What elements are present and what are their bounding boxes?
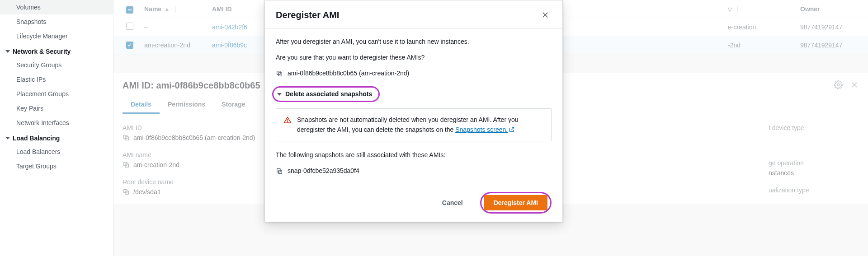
caret-down-icon — [5, 137, 10, 140]
modal-footer: Cancel Deregister AMI — [265, 186, 562, 222]
field-label-partial: ge operation — [769, 159, 859, 167]
copy-icon[interactable] — [276, 70, 283, 77]
sidebar-section-label: Load Balancing — [13, 135, 60, 142]
sidebar-item-network-interfaces[interactable]: Network Interfaces — [0, 116, 113, 130]
cell-source: -2nd — [723, 42, 796, 49]
copy-icon[interactable] — [123, 134, 130, 141]
sidebar-item-volumes[interactable]: Volumes — [0, 0, 113, 14]
field-label-partial: ualization type — [769, 186, 859, 194]
table-header-name[interactable]: Name — [144, 5, 161, 13]
expander-delete-snapshots[interactable]: Delete associated snapshots — [285, 89, 372, 99]
modal-ami-entry: ami-0f86b9ce8bb8c0b65 (am-creation-2nd) — [276, 69, 552, 78]
snapshots-screen-link[interactable]: Snapshots screen. — [455, 126, 515, 133]
modal-confirm-question: Are you sure that you want to deregister… — [276, 53, 552, 62]
field-value-ami-name: am-creation-2nd — [133, 161, 179, 168]
cell-owner: 987741929147 — [796, 23, 868, 31]
sidebar-item-key-pairs[interactable]: Key Pairs — [0, 101, 113, 116]
sort-asc-icon: ▲ — [164, 6, 170, 12]
sidebar-item-lifecycle-manager[interactable]: Lifecycle Manager — [0, 29, 113, 43]
cell-ami-id-link[interactable]: ami-042b2f6 — [212, 23, 247, 31]
cell-name: am-creation-2nd — [140, 42, 208, 49]
sidebar-item-target-groups[interactable]: Target Groups — [0, 159, 113, 173]
cell-owner: 987741929147 — [796, 42, 868, 49]
deregister-ami-modal: Deregister AMI After you deregister an A… — [264, 0, 563, 222]
cancel-button[interactable]: Cancel — [433, 195, 472, 210]
warning-icon — [283, 116, 292, 124]
field-value-ami-id: ami-0f86b9ce8bb8c0b65 (am-creation-2nd) — [133, 134, 255, 141]
sidebar-item-snapshots[interactable]: Snapshots — [0, 14, 113, 29]
close-button[interactable] — [539, 9, 552, 21]
tab-details[interactable]: Details — [123, 96, 160, 114]
svg-point-10 — [287, 121, 288, 122]
sidebar: Volumes Snapshots Lifecycle Manager Netw… — [0, 0, 113, 256]
tab-storage[interactable]: Storage — [213, 96, 253, 114]
sidebar-item-elastic-ips[interactable]: Elastic IPs — [0, 72, 113, 87]
modal-snapshot-entry: snap-0dfcbe52a935da0f4 — [276, 166, 552, 176]
copy-icon[interactable] — [123, 161, 130, 168]
sidebar-item-load-balancers[interactable]: Load Balancers — [0, 144, 113, 159]
cell-ami-id-link[interactable]: ami-0f86b9c — [212, 42, 247, 49]
cell-source: e-creation — [723, 23, 796, 31]
copy-icon[interactable] — [276, 168, 283, 175]
sidebar-section-load-balancing[interactable]: Load Balancing — [0, 130, 113, 144]
sidebar-item-placement-groups[interactable]: Placement Groups — [0, 87, 113, 101]
annotation-highlight: Delete associated snapshots — [272, 86, 380, 102]
svg-point-0 — [837, 84, 840, 86]
copy-icon[interactable] — [123, 188, 130, 195]
caret-down-icon — [277, 93, 282, 96]
sidebar-item-security-groups[interactable]: Security Groups — [0, 58, 113, 72]
warning-text: Snapshots are not automatically deleted … — [297, 115, 544, 135]
deregister-ami-button[interactable]: Deregister AMI — [484, 195, 547, 210]
associated-snapshots-text: The following snapshots are still associ… — [276, 150, 552, 160]
annotation-highlight: Deregister AMI — [480, 192, 552, 214]
sort-icon: ▽ — [728, 6, 732, 13]
table-header-owner[interactable]: Owner — [800, 5, 820, 13]
modal-ami-id-text: ami-0f86b9ce8bb8c0b65 (am-creation-2nd) — [288, 69, 409, 78]
close-icon[interactable] — [850, 80, 859, 89]
row-checkbox[interactable] — [126, 42, 133, 49]
caret-down-icon — [5, 50, 10, 53]
snapshot-warning-box: Snapshots are not automatically deleted … — [276, 108, 552, 141]
field-label-partial: t device type — [769, 124, 859, 131]
modal-body: After you deregister an AMI, you can't u… — [265, 29, 562, 186]
modal-intro-text: After you deregister an AMI, you can't u… — [276, 37, 552, 47]
gear-icon[interactable] — [834, 80, 843, 89]
cell-name: – — [140, 23, 208, 31]
modal-header: Deregister AMI — [265, 0, 562, 29]
row-checkbox[interactable] — [126, 23, 133, 30]
field-value-partial: nstances — [769, 169, 859, 177]
sidebar-section-network-security[interactable]: Network & Security — [0, 43, 113, 58]
sidebar-section-label: Network & Security — [13, 48, 71, 55]
modal-snapshot-id: snap-0dfcbe52a935da0f4 — [288, 166, 359, 176]
tab-permissions[interactable]: Permissions — [160, 96, 213, 114]
field-value-root-device: /dev/sda1 — [133, 188, 161, 195]
table-header-ami-id[interactable]: AMI ID — [212, 5, 232, 13]
modal-title: Deregister AMI — [276, 10, 339, 20]
external-link-icon — [509, 126, 515, 133]
select-all-checkbox[interactable] — [126, 6, 133, 14]
